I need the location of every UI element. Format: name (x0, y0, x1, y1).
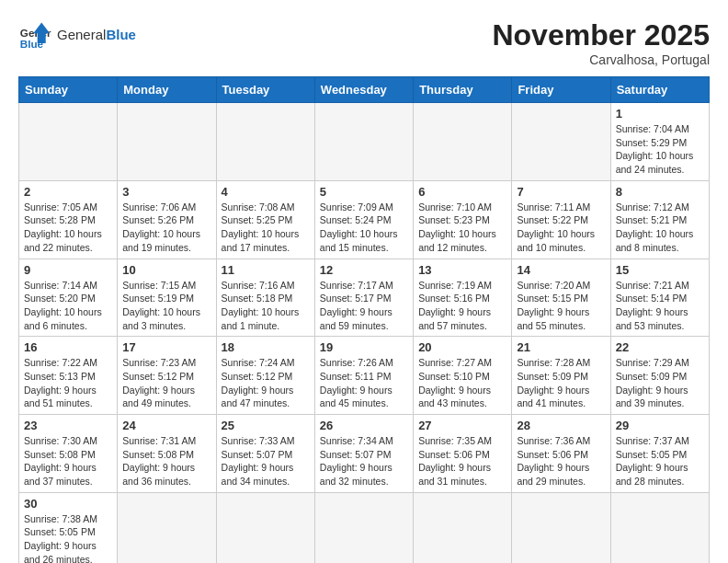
day-number: 13 (418, 263, 506, 277)
day-info: Sunrise: 7:09 AM Sunset: 5:24 PM Dayligh… (320, 201, 408, 255)
day-cell-14: 14Sunrise: 7:20 AM Sunset: 5:15 PM Dayli… (512, 259, 610, 337)
day-number: 20 (418, 340, 506, 354)
empty-day-cell (216, 103, 314, 181)
empty-day-cell (118, 103, 216, 181)
day-info: Sunrise: 7:05 AM Sunset: 5:28 PM Dayligh… (24, 201, 112, 255)
calendar-week-row: 9Sunrise: 7:14 AM Sunset: 5:20 PM Daylig… (19, 259, 710, 337)
weekday-monday: Monday (118, 77, 216, 103)
day-cell-29: 29Sunrise: 7:37 AM Sunset: 5:05 PM Dayli… (610, 415, 709, 493)
day-number: 12 (320, 263, 408, 277)
logo-icon: General Blue (18, 18, 51, 52)
day-cell-28: 28Sunrise: 7:36 AM Sunset: 5:06 PM Dayli… (512, 415, 610, 493)
day-cell-16: 16Sunrise: 7:22 AM Sunset: 5:13 PM Dayli… (19, 337, 118, 415)
weekday-saturday: Saturday (610, 77, 709, 103)
location: Carvalhosa, Portugal (492, 52, 710, 67)
day-info: Sunrise: 7:04 AM Sunset: 5:29 PM Dayligh… (616, 122, 704, 177)
day-info: Sunrise: 7:11 AM Sunset: 5:22 PM Dayligh… (517, 201, 605, 255)
day-cell-2: 2Sunrise: 7:05 AM Sunset: 5:28 PM Daylig… (19, 180, 118, 259)
day-cell-1: 1Sunrise: 7:04 AM Sunset: 5:29 PM Daylig… (610, 103, 709, 181)
weekday-wednesday: Wednesday (314, 77, 413, 103)
empty-day-cell (314, 103, 413, 181)
empty-day-cell (414, 103, 512, 181)
day-number: 28 (517, 419, 605, 432)
title-block: November 2025 Carvalhosa, Portugal (492, 18, 710, 67)
day-cell-11: 11Sunrise: 7:16 AM Sunset: 5:18 PM Dayli… (216, 259, 314, 337)
day-info: Sunrise: 7:10 AM Sunset: 5:23 PM Dayligh… (418, 201, 506, 255)
day-cell-9: 9Sunrise: 7:14 AM Sunset: 5:20 PM Daylig… (19, 259, 118, 337)
day-number: 23 (24, 419, 112, 432)
day-info: Sunrise: 7:29 AM Sunset: 5:09 PM Dayligh… (616, 356, 704, 410)
weekday-friday: Friday (512, 77, 610, 103)
day-info: Sunrise: 7:31 AM Sunset: 5:08 PM Dayligh… (122, 434, 210, 488)
empty-day-cell (118, 492, 216, 563)
day-cell-3: 3Sunrise: 7:06 AM Sunset: 5:26 PM Daylig… (118, 180, 216, 259)
day-number: 15 (616, 263, 704, 277)
day-info: Sunrise: 7:28 AM Sunset: 5:09 PM Dayligh… (517, 356, 605, 410)
day-cell-18: 18Sunrise: 7:24 AM Sunset: 5:12 PM Dayli… (216, 337, 314, 415)
day-cell-13: 13Sunrise: 7:19 AM Sunset: 5:16 PM Dayli… (414, 259, 512, 337)
day-cell-23: 23Sunrise: 7:30 AM Sunset: 5:08 PM Dayli… (19, 415, 118, 493)
day-number: 6 (418, 185, 506, 199)
day-info: Sunrise: 7:20 AM Sunset: 5:15 PM Dayligh… (517, 279, 605, 333)
day-info: Sunrise: 7:30 AM Sunset: 5:08 PM Dayligh… (24, 434, 112, 488)
weekday-thursday: Thursday (414, 77, 512, 103)
weekday-header-row: SundayMondayTuesdayWednesdayThursdayFrid… (19, 77, 710, 103)
day-cell-6: 6Sunrise: 7:10 AM Sunset: 5:23 PM Daylig… (414, 180, 512, 259)
day-cell-30: 30Sunrise: 7:38 AM Sunset: 5:05 PM Dayli… (19, 492, 118, 563)
empty-day-cell (512, 103, 610, 181)
day-number: 22 (616, 340, 704, 354)
day-info: Sunrise: 7:23 AM Sunset: 5:12 PM Dayligh… (122, 356, 210, 410)
empty-day-cell (610, 492, 709, 563)
day-info: Sunrise: 7:24 AM Sunset: 5:12 PM Dayligh… (222, 356, 310, 410)
day-cell-15: 15Sunrise: 7:21 AM Sunset: 5:14 PM Dayli… (610, 259, 709, 337)
day-number: 27 (418, 419, 506, 432)
day-number: 2 (24, 185, 112, 199)
day-info: Sunrise: 7:22 AM Sunset: 5:13 PM Dayligh… (24, 356, 112, 410)
day-number: 7 (517, 185, 605, 199)
day-cell-12: 12Sunrise: 7:17 AM Sunset: 5:17 PM Dayli… (314, 259, 413, 337)
day-cell-22: 22Sunrise: 7:29 AM Sunset: 5:09 PM Dayli… (610, 337, 709, 415)
day-number: 10 (122, 263, 210, 277)
calendar-week-row: 16Sunrise: 7:22 AM Sunset: 5:13 PM Dayli… (19, 337, 710, 415)
day-number: 19 (320, 340, 408, 354)
calendar-week-row: 30Sunrise: 7:38 AM Sunset: 5:05 PM Dayli… (19, 492, 710, 563)
calendar-week-row: 23Sunrise: 7:30 AM Sunset: 5:08 PM Dayli… (19, 415, 710, 493)
day-number: 24 (122, 419, 210, 432)
empty-day-cell (414, 492, 512, 563)
day-info: Sunrise: 7:27 AM Sunset: 5:10 PM Dayligh… (418, 356, 506, 410)
empty-day-cell (512, 492, 610, 563)
calendar-week-row: 2Sunrise: 7:05 AM Sunset: 5:28 PM Daylig… (19, 180, 710, 259)
day-number: 16 (24, 340, 112, 354)
day-number: 29 (616, 419, 704, 432)
day-number: 25 (222, 419, 310, 432)
day-info: Sunrise: 7:12 AM Sunset: 5:21 PM Dayligh… (616, 201, 704, 255)
day-cell-7: 7Sunrise: 7:11 AM Sunset: 5:22 PM Daylig… (512, 180, 610, 259)
day-cell-19: 19Sunrise: 7:26 AM Sunset: 5:11 PM Dayli… (314, 337, 413, 415)
weekday-sunday: Sunday (19, 77, 118, 103)
day-info: Sunrise: 7:37 AM Sunset: 5:05 PM Dayligh… (616, 434, 704, 488)
day-cell-5: 5Sunrise: 7:09 AM Sunset: 5:24 PM Daylig… (314, 180, 413, 259)
day-cell-27: 27Sunrise: 7:35 AM Sunset: 5:06 PM Dayli… (414, 415, 512, 493)
day-number: 26 (320, 419, 408, 432)
day-info: Sunrise: 7:06 AM Sunset: 5:26 PM Dayligh… (122, 201, 210, 255)
day-info: Sunrise: 7:38 AM Sunset: 5:05 PM Dayligh… (24, 512, 112, 563)
day-number: 5 (320, 185, 408, 199)
empty-day-cell (216, 492, 314, 563)
day-number: 8 (616, 185, 704, 199)
page-header: General Blue GeneralBlue November 2025 C… (18, 18, 710, 67)
empty-day-cell (19, 103, 118, 181)
day-info: Sunrise: 7:34 AM Sunset: 5:07 PM Dayligh… (320, 434, 408, 488)
day-cell-21: 21Sunrise: 7:28 AM Sunset: 5:09 PM Dayli… (512, 337, 610, 415)
day-info: Sunrise: 7:35 AM Sunset: 5:06 PM Dayligh… (418, 434, 506, 488)
day-cell-17: 17Sunrise: 7:23 AM Sunset: 5:12 PM Dayli… (118, 337, 216, 415)
day-info: Sunrise: 7:19 AM Sunset: 5:16 PM Dayligh… (418, 279, 506, 333)
day-info: Sunrise: 7:21 AM Sunset: 5:14 PM Dayligh… (616, 279, 704, 333)
day-number: 18 (222, 340, 310, 354)
day-info: Sunrise: 7:08 AM Sunset: 5:25 PM Dayligh… (222, 201, 310, 255)
day-info: Sunrise: 7:36 AM Sunset: 5:06 PM Dayligh… (517, 434, 605, 488)
day-info: Sunrise: 7:14 AM Sunset: 5:20 PM Dayligh… (24, 279, 112, 333)
day-number: 1 (616, 107, 704, 121)
day-number: 3 (122, 185, 210, 199)
day-number: 9 (24, 263, 112, 277)
empty-day-cell (314, 492, 413, 563)
